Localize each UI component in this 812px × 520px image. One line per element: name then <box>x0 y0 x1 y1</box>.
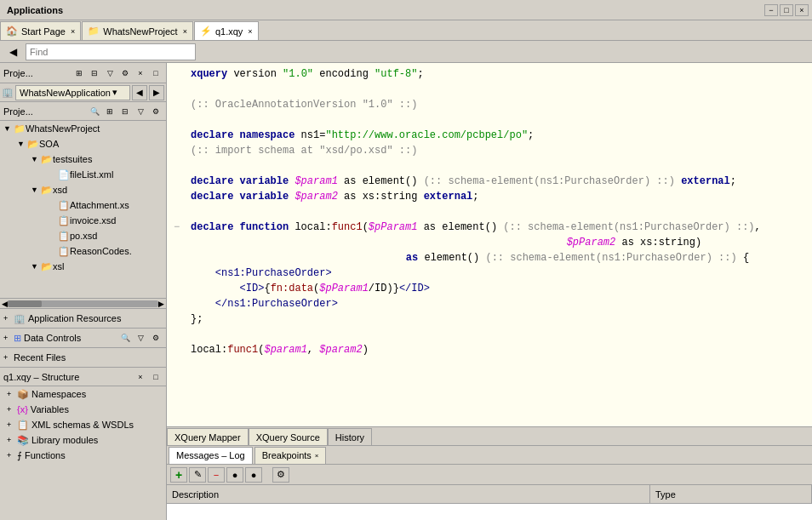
find-input[interactable] <box>26 43 196 60</box>
tree-label: xsl <box>53 261 64 271</box>
tab-xquery-source[interactable]: XQuery Source <box>249 428 328 445</box>
structure-item-namespaces[interactable]: + 📦 Namespaces <box>0 386 166 402</box>
structure-menu-btn[interactable]: □ <box>149 370 163 384</box>
panel-menu-icon[interactable]: □ <box>149 66 163 80</box>
add-green-button[interactable]: + <box>170 467 187 483</box>
option2-button[interactable]: ● <box>245 467 262 483</box>
tree-item-xsd[interactable]: ▼ 📂 xsd <box>0 182 166 197</box>
tree-settings-btn[interactable]: ⚙ <box>149 105 163 118</box>
tree-label: Attachment.xs <box>70 200 129 210</box>
filter-btn[interactable]: ▽ <box>103 66 117 80</box>
tree-label: invoice.xsd <box>70 215 116 226</box>
data-controls-label: Data Controls <box>24 333 81 343</box>
structure-item-xmlschemas[interactable]: + 📋 XML schemas & WSDLs <box>0 417 166 432</box>
data-controls-toolbar-btn3[interactable]: ⚙ <box>149 331 163 345</box>
code-line-7 <box>174 158 805 174</box>
structure-close-btn[interactable]: × <box>134 370 147 384</box>
tree-label: fileList.xml <box>70 169 113 180</box>
structure-item-variables[interactable]: + {x} Variables <box>0 402 166 417</box>
tree-item-testsuites[interactable]: ▼ 📂 testsuites <box>0 151 166 167</box>
code-line-17: }; <box>174 311 805 327</box>
scroll-left-btn[interactable]: ◀ <box>2 300 8 308</box>
data-controls-header[interactable]: + ⊞ Data Controls 🔍 ▽ ⚙ <box>0 329 166 347</box>
breakpoints-tab[interactable]: Breakpoints × <box>254 447 327 464</box>
breakpoints-close[interactable]: × <box>315 452 319 460</box>
minimize-button[interactable]: − <box>764 4 778 16</box>
expand-icon: + <box>3 314 12 323</box>
close-button[interactable]: × <box>795 4 809 16</box>
close-panel-icon[interactable]: × <box>134 66 147 80</box>
option1-button[interactable]: ● <box>226 467 243 483</box>
xquery-mapper-label: XQuery Mapper <box>174 432 241 443</box>
tab-start-page[interactable]: 🏠 Start Page × <box>0 21 81 40</box>
tree-item-invoice[interactable]: ▶ 📋 invoice.xsd <box>0 213 166 228</box>
namespaces-label: Namespaces <box>31 389 86 399</box>
data-controls-toolbar-btn2[interactable]: ▽ <box>134 331 147 345</box>
expand-icon: + <box>7 420 15 429</box>
code-line-15: <ID>{fn:data($pParam1/ID)}</ID> <box>174 281 805 296</box>
remove-button[interactable]: − <box>208 467 225 483</box>
folder-icon: 📂 <box>27 139 39 150</box>
tree-item-filelist[interactable]: ▶ 📄 fileList.xml <box>0 167 166 182</box>
tree-item-po[interactable]: ▶ 📋 po.xsd <box>0 228 166 243</box>
tree-search-icon[interactable]: 🔍 <box>88 105 101 118</box>
code-line-8: declare variable $param1 as element() (:… <box>174 174 805 189</box>
tree-label: po.xsd <box>70 231 97 241</box>
description-col-header: Description <box>167 485 650 503</box>
maximize-button[interactable]: □ <box>780 4 793 16</box>
project-tree-header: Proje... 🔍 ⊞ ⊟ ▽ ⚙ <box>0 102 166 121</box>
code-content-area[interactable]: xquery version "1.0" encoding "utf-8"; (… <box>167 63 812 426</box>
app-resources-label: Application Resources <box>28 313 121 323</box>
nav-back-btn[interactable]: ◀ <box>132 85 147 100</box>
tree-collapse-btn[interactable]: ⊟ <box>118 105 132 118</box>
folder-icon: 📂 <box>41 261 53 272</box>
start-page-icon: 🏠 <box>6 26 18 37</box>
tree-filter-btn[interactable]: ▽ <box>134 105 147 118</box>
main-layout: Proje... ⊞ ⊟ ▽ ⚙ × □ 🏢 WhatsNewApplicati… <box>0 63 812 520</box>
app-select-arrow: ▾ <box>112 87 117 98</box>
structure-item-libmodules[interactable]: + 📚 Library modules <box>0 432 166 448</box>
messages-log-tab[interactable]: Messages – Log <box>169 447 253 464</box>
edit-button[interactable]: ✎ <box>189 467 206 483</box>
tab-history[interactable]: History <box>328 428 372 445</box>
tree-item-attachment[interactable]: ▶ 📋 Attachment.xs <box>0 197 166 213</box>
tree-item-reasoncodes[interactable]: ▶ 📋 ReasonCodes. <box>0 243 166 259</box>
project-icon: 📁 <box>14 123 26 134</box>
scroll-right-btn[interactable]: ▶ <box>158 300 164 308</box>
tree-hscroll[interactable]: ◀ ▶ <box>0 298 166 308</box>
tree-item-whats-project[interactable]: ▼ 📁 WhatsNewProject <box>0 121 166 136</box>
app-select-dropdown[interactable]: WhatsNewApplication ▾ <box>15 85 130 100</box>
tree-expand-btn[interactable]: ⊞ <box>103 105 117 118</box>
tab-q1xqy-close[interactable]: × <box>248 27 252 36</box>
tab-whatsnew[interactable]: 📁 WhatsNewProject × <box>82 21 193 40</box>
line-content-16: </ns1:PurchaseOrder> <box>191 296 338 311</box>
tree-item-xsl[interactable]: ▼ 📂 xsl <box>0 259 166 274</box>
tree-label: WhatsNewProject <box>26 123 100 134</box>
expand-all-btn[interactable]: ⊞ <box>72 66 86 80</box>
data-controls-toolbar-btn1[interactable]: 🔍 <box>118 331 132 345</box>
back-button[interactable]: ◀ <box>3 43 22 61</box>
tree-item-soa[interactable]: ▼ 📂 SOA <box>0 136 166 151</box>
collapse-icon-11[interactable]: − <box>174 221 180 233</box>
tab-start-close[interactable]: × <box>71 27 75 36</box>
gear-button[interactable]: ⚙ <box>272 467 289 483</box>
xmlschemas-icon: 📋 <box>17 420 29 431</box>
line-content-17: }; <box>191 311 203 327</box>
main-toolbar: ◀ <box>0 41 812 63</box>
expand-icon: + <box>7 405 15 414</box>
code-line-19: local:func1($param1, $param2) <box>174 342 805 357</box>
tab-whatsnew-close[interactable]: × <box>183 27 187 36</box>
gear-icon[interactable]: ⚙ <box>118 66 132 80</box>
code-line-10 <box>174 204 805 220</box>
structure-item-functions[interactable]: + ⨍ Functions <box>0 448 166 463</box>
tab-q1xqy[interactable]: ⚡ q1.xqy × <box>194 21 259 40</box>
expand-icon: ▼ <box>31 186 39 194</box>
tab-xquery-mapper[interactable]: XQuery Mapper <box>167 428 249 445</box>
scroll-thumb[interactable] <box>8 300 42 307</box>
line-content-5: declare namespace ns1="http://www.oracle… <box>191 128 534 143</box>
namespaces-icon: 📦 <box>17 389 29 400</box>
app-resources-header[interactable]: + 🏢 Application Resources <box>0 309 166 328</box>
collapse-all-btn[interactable]: ⊟ <box>88 66 101 80</box>
nav-forward-btn[interactable]: ▶ <box>149 85 164 100</box>
recent-files-header[interactable]: + Recent Files <box>0 348 166 367</box>
